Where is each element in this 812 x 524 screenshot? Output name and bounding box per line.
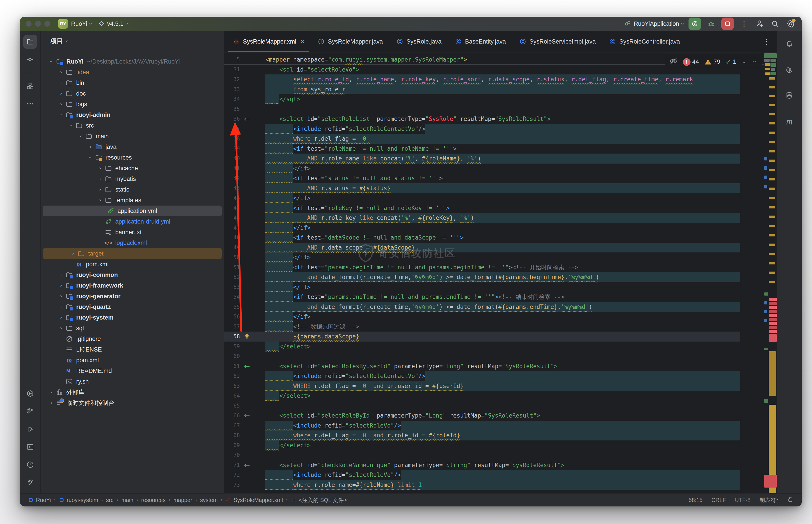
code-line-56[interactable]: 56 </if> [224, 312, 777, 322]
line-number[interactable]: 34 [224, 96, 240, 102]
line-number[interactable]: 66 [224, 412, 240, 419]
tree-item-target[interactable]: ›target [43, 248, 222, 259]
tree-item-pom.xml[interactable]: mpom.xml [41, 355, 224, 365]
line-number[interactable]: 32 [224, 76, 240, 82]
tree-chevron-icon[interactable]: › [57, 101, 65, 107]
tab-SysRoleMapper.java[interactable]: ISysRoleMapper.java [311, 31, 390, 52]
line-number[interactable]: 49 [224, 244, 240, 251]
tab-options-button[interactable]: ⋮ [757, 31, 777, 52]
code-text[interactable]: from sys_role r [266, 84, 740, 95]
breadcrumb-system[interactable]: system [200, 497, 218, 503]
project-panel-header[interactable]: 项目 › [41, 31, 224, 51]
tree-chevron-icon[interactable]: › [86, 155, 95, 161]
tree-chevron-icon[interactable]: › [57, 69, 65, 75]
editor-scrollbar-marks[interactable] [764, 52, 777, 493]
tree-item-ruoyi-framework[interactable]: ›ruoyi-framework [41, 280, 224, 291]
code-line-69[interactable]: 69 </select> [224, 440, 777, 451]
code-line-47[interactable]: 47 </if> [224, 223, 777, 233]
line-number[interactable]: 37 [224, 126, 240, 132]
code-text[interactable]: where r.del_flag = '0' and r.role_id = #… [266, 430, 740, 440]
code-line-41[interactable]: 41 </if> [224, 164, 777, 174]
code-text[interactable]: <if test="params.endTime != null and par… [266, 292, 740, 302]
more-tool-windows-button[interactable] [23, 97, 37, 111]
tree-item-application-druid.yml[interactable]: application-druid.yml [41, 216, 224, 227]
code-text[interactable]: </if> [266, 164, 740, 174]
code-line-32[interactable]: 32 select r.role_id, r.role_name, r.role… [224, 75, 777, 84]
code-text[interactable]: <select id="selectRolesByUserId" paramet… [266, 361, 740, 371]
breadcrumb-ruoyi-system[interactable]: ruoyi-system [59, 497, 98, 503]
project-avatar[interactable]: RY [58, 19, 68, 29]
breadcrumb-main[interactable]: main [121, 497, 133, 503]
tree-item-mybatis[interactable]: ›mybatis [41, 174, 224, 184]
problems-tool-button[interactable] [23, 458, 37, 472]
code-text[interactable] [266, 450, 740, 460]
tree-item-README.md[interactable]: M↓README.md [41, 365, 224, 376]
code-line-54[interactable]: 54 <if test="params.endTime != null and … [224, 292, 777, 302]
goto-declaration-arrow-icon[interactable]: ← [240, 115, 254, 123]
code-text[interactable]: select r.role_id, r.role_name, r.role_ke… [266, 75, 740, 84]
database-button[interactable] [782, 89, 796, 102]
next-problem-button[interactable]: ﹀ [752, 59, 758, 66]
caret-position[interactable]: 58:15 [689, 497, 703, 503]
git-tool-button[interactable] [23, 476, 37, 489]
tree-item-bin[interactable]: ›bin [41, 78, 224, 88]
line-number[interactable]: 67 [224, 423, 240, 429]
lock-icon[interactable] [787, 496, 794, 504]
code-line-67[interactable]: 67 <include refid="selectRoleVo"/> [224, 421, 777, 431]
code-text[interactable]: </if> [266, 223, 740, 233]
error-count[interactable]: !44 [683, 58, 699, 66]
code-text[interactable] [266, 104, 740, 114]
line-number[interactable]: 54 [224, 294, 240, 300]
code-text[interactable]: <include refid="selectRoleContactVo"/> [266, 371, 740, 381]
more-actions-button[interactable]: ⋮ [739, 18, 749, 30]
tree-chevron-icon[interactable]: › [47, 400, 55, 406]
line-number[interactable]: 65 [224, 403, 240, 409]
run-configuration-selector[interactable]: RuoYiApplication › [624, 20, 683, 28]
code-text[interactable]: <include refid="selectRoleContactVo"/> [266, 124, 740, 134]
code-text[interactable]: </if> [266, 282, 740, 292]
tree-chevron-icon[interactable]: › [96, 165, 104, 171]
tree-item-templates[interactable]: ›templates [41, 195, 224, 206]
line-number[interactable]: 38 [224, 135, 240, 142]
code-text[interactable]: </select> [266, 391, 740, 401]
prev-problem-button[interactable]: ︿ [742, 59, 747, 66]
code-text[interactable]: <select id="selectRoleList" parameterTyp… [266, 114, 740, 124]
code-line-68[interactable]: 68 where r.del_flag = '0' and r.role_id … [224, 430, 777, 440]
code-line-70[interactable]: 70 [224, 450, 777, 460]
code-text[interactable]: <select id="checkRoleNameUnique" paramet… [266, 460, 740, 470]
terminal-tool-button[interactable] [23, 440, 37, 454]
stop-button[interactable] [722, 18, 734, 30]
line-number[interactable]: 31 [224, 66, 240, 73]
tree-item-sql[interactable]: ›sql [41, 323, 224, 333]
tree-item-banner.txt[interactable]: banner.txt [41, 227, 224, 238]
breadcrumb-mapper[interactable]: mapper [173, 497, 192, 503]
code-text[interactable]: and date_format(r.create_time,'%y%m%d') … [266, 272, 740, 282]
code-text[interactable]: <if test="roleKey != null and roleKey !=… [266, 203, 740, 213]
tree-item-ruoyi-admin[interactable]: ›ruoyi-admin [41, 110, 224, 120]
tree-chevron-icon[interactable]: › [57, 304, 65, 310]
tree-item-logback.xml[interactable]: </>logback.xml [41, 238, 224, 248]
close-tab-icon[interactable]: × [301, 38, 304, 45]
search-everywhere-button[interactable] [770, 18, 780, 30]
line-number[interactable]: 57 [224, 324, 240, 330]
line-number[interactable]: 51 [224, 264, 240, 271]
line-number[interactable]: 59 [224, 343, 240, 349]
code-line-35[interactable]: 35 [224, 104, 777, 114]
tree-chevron-icon[interactable]: › [67, 123, 75, 128]
tree-chevron-icon[interactable]: › [57, 325, 65, 331]
line-number[interactable]: 40 [224, 155, 240, 162]
breadcrumb-<注入的 SQL 文件>[interactable]: <注入的 SQL 文件> [291, 496, 347, 504]
tree-chevron-icon[interactable]: › [96, 197, 104, 203]
line-number[interactable]: 50 [224, 254, 240, 260]
line-number[interactable]: 53 [224, 284, 240, 290]
code-line-37[interactable]: 37 <include refid="selectRoleContactVo"/… [224, 124, 777, 134]
code-line-58[interactable]: 58 ${params.dataScope} [224, 331, 777, 342]
code-text[interactable]: </select> [266, 440, 740, 451]
tab-BaseEntity.java[interactable]: CBaseEntity.java [448, 31, 513, 52]
tree-item-ehcache[interactable]: ›ehcache [41, 163, 224, 174]
code-text[interactable]: AND r.role_key like concat('%', #{roleKe… [266, 213, 740, 223]
tab-SysRoleServiceImpl.java[interactable]: CSysRoleServiceImpl.java [513, 31, 603, 52]
tree-item-ruoyi-quartz[interactable]: ›ruoyi-quartz [41, 301, 224, 312]
tab-SysRoleController.java[interactable]: CSysRoleController.java [602, 31, 687, 52]
code-line-66[interactable]: 66← <select id="selectRoleById" paramete… [224, 411, 777, 421]
